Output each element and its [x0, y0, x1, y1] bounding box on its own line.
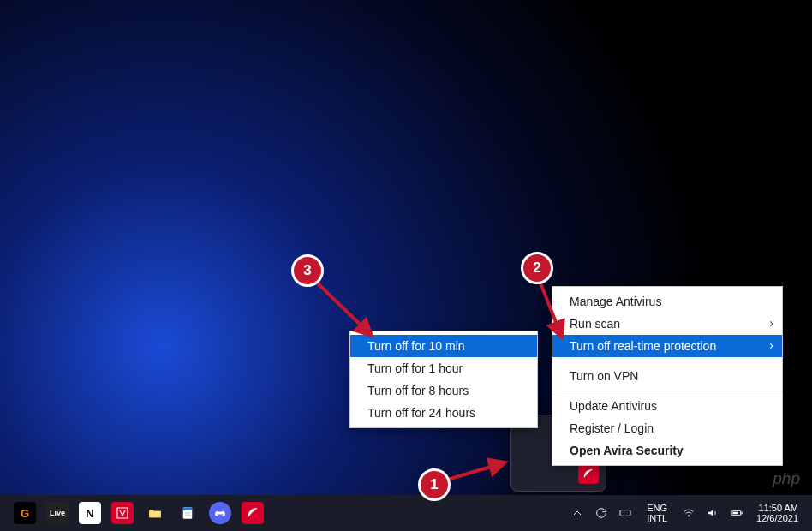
language-indicator[interactable]: ENG INTL [642, 503, 672, 523]
svg-rect-6 [183, 507, 193, 510]
avira-tray-icon[interactable] [578, 463, 599, 484]
language-bottom: INTL [647, 513, 667, 523]
avira-context-menu: Manage Antivirus Run scan Turn off real-… [552, 286, 783, 466]
volume-icon[interactable] [705, 505, 720, 521]
submenu-item-1hour[interactable]: Turn off for 1 hour [350, 357, 537, 379]
menu-item-turn-off-rtp[interactable]: Turn off real-time protection [552, 335, 782, 357]
submenu-item-10min[interactable]: Turn off for 10 min [350, 335, 537, 357]
chevron-up-icon[interactable] [570, 505, 585, 521]
clock[interactable]: 11:50 AM 12/6/2021 [753, 503, 805, 523]
svg-rect-4 [149, 511, 161, 518]
date-text: 12/6/2021 [756, 513, 798, 523]
svg-rect-16 [732, 512, 738, 515]
time-text: 11:50 AM [759, 503, 798, 513]
menu-item-run-scan[interactable]: Run scan [552, 313, 782, 335]
watermark-text: php [773, 469, 800, 488]
turnoff-submenu: Turn off for 10 min Turn off for 1 hour … [349, 331, 538, 428]
keyboard-osk-icon[interactable] [618, 505, 633, 521]
notepad-app-icon[interactable] [176, 502, 199, 524]
annotation-badge-3: 3 [291, 254, 324, 287]
submenu-item-24hours[interactable]: Turn off for 24 hours [350, 402, 537, 424]
menu-item-manage-antivirus[interactable]: Manage Antivirus [552, 290, 782, 313]
menu-item-register-login[interactable]: Register / Login [552, 417, 782, 439]
notion-app-icon[interactable]: N [79, 502, 101, 524]
annotation-badge-1: 1 [418, 468, 451, 501]
adobe-reader-icon[interactable] [111, 502, 134, 524]
discord-app-icon[interactable] [209, 502, 231, 524]
language-top: ENG [647, 503, 667, 513]
taskbar-system-tray: ENG INTL 11:50 AM 12/6/2021 [570, 503, 805, 523]
live-app-icon[interactable]: Live [46, 502, 69, 524]
wifi-icon[interactable] [681, 505, 696, 521]
avira-app-icon[interactable] [242, 502, 264, 524]
sync-icon[interactable] [594, 505, 609, 521]
menu-item-open-avira-security[interactable]: Open Avira Security [552, 439, 782, 462]
menu-separator [552, 361, 782, 361]
menu-separator [552, 391, 782, 391]
g-app-icon[interactable]: G [14, 502, 36, 524]
taskbar-pinned-apps: G Live N [14, 502, 264, 524]
annotation-badge-2: 2 [521, 252, 553, 284]
svg-rect-15 [741, 512, 742, 515]
menu-item-turn-on-vpn[interactable]: Turn on VPN [552, 365, 782, 387]
submenu-item-8hours[interactable]: Turn off for 8 hours [350, 379, 537, 402]
battery-icon[interactable] [729, 505, 744, 521]
file-explorer-icon[interactable] [144, 502, 166, 524]
svg-point-13 [688, 516, 689, 516]
menu-item-update-antivirus[interactable]: Update Antivirus [552, 395, 782, 417]
taskbar: G Live N ENG INTL [0, 495, 812, 531]
svg-rect-9 [620, 510, 630, 516]
